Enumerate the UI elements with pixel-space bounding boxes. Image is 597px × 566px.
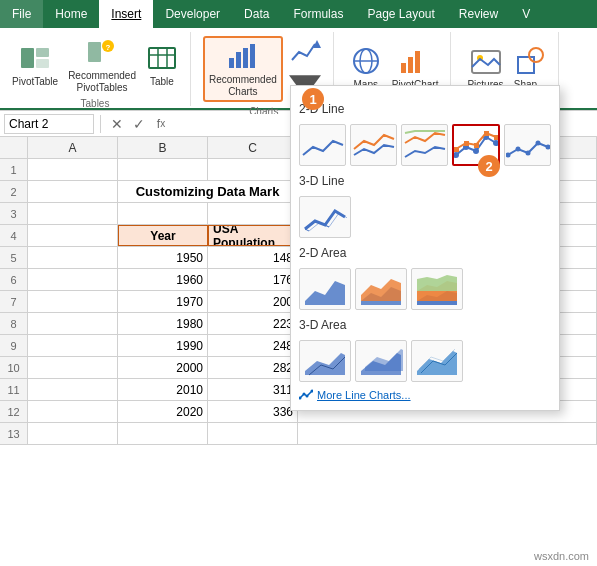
- section-title-3d-line: 3-D Line: [299, 172, 551, 190]
- cell-c5[interactable]: 148: [208, 247, 298, 268]
- recommended-pivottables-button[interactable]: ? RecommendedPivotTables: [64, 34, 140, 96]
- cell-b7[interactable]: 1970: [118, 291, 208, 312]
- svg-rect-3: [88, 42, 101, 62]
- 3d-area-options: [299, 340, 551, 382]
- pivot-table-icon: [19, 42, 51, 74]
- chart-option-3darea3[interactable]: [411, 340, 463, 382]
- confirm-icon[interactable]: ✓: [129, 114, 149, 134]
- chart-option-3dline1[interactable]: [299, 196, 351, 238]
- more-charts-icon: [299, 388, 313, 402]
- cell-a7[interactable]: [28, 291, 118, 312]
- svg-rect-1: [36, 48, 49, 57]
- shapes-icon: [514, 45, 546, 77]
- cell-a2[interactable]: [28, 181, 118, 202]
- cell-b11[interactable]: 2010: [118, 379, 208, 400]
- chart-option-3darea2[interactable]: [355, 340, 407, 382]
- cell-a10[interactable]: [28, 357, 118, 378]
- area3-preview: [415, 271, 459, 307]
- cell-c11[interactable]: 311: [208, 379, 298, 400]
- chart-option-line2[interactable]: [350, 124, 397, 166]
- cell-b10[interactable]: 2000: [118, 357, 208, 378]
- cell-a11[interactable]: [28, 379, 118, 400]
- svg-rect-20: [408, 57, 413, 73]
- recommended-pivottables-label: RecommendedPivotTables: [68, 70, 136, 94]
- row-num-9: 9: [0, 335, 28, 356]
- cell-b8[interactable]: 1980: [118, 313, 208, 334]
- svg-rect-6: [149, 48, 175, 68]
- cell-a12[interactable]: [28, 401, 118, 422]
- tab-review[interactable]: Review: [447, 0, 510, 28]
- svg-text:?: ?: [106, 43, 111, 52]
- formula-bar-divider: [100, 115, 101, 133]
- cell-b2[interactable]: Customizing Data Mark: [118, 181, 298, 202]
- chart-option-area3[interactable]: [411, 268, 463, 310]
- name-box[interactable]: Chart 2: [4, 114, 94, 134]
- row-num-11: 11: [0, 379, 28, 400]
- cell-a5[interactable]: [28, 247, 118, 268]
- cell-c4[interactable]: USA Population: [208, 225, 298, 246]
- col-header-a[interactable]: A: [28, 137, 118, 158]
- 3darea3-preview: [415, 343, 459, 379]
- col-header-b[interactable]: B: [118, 137, 208, 158]
- cell-a4[interactable]: [28, 225, 118, 246]
- table-button[interactable]: Table: [142, 40, 182, 90]
- cell-g13[interactable]: [298, 423, 597, 444]
- cell-c8[interactable]: 223: [208, 313, 298, 334]
- cell-c10[interactable]: 282: [208, 357, 298, 378]
- cell-c12[interactable]: 336: [208, 401, 298, 422]
- tab-insert[interactable]: Insert: [99, 0, 153, 28]
- cell-b13[interactable]: [118, 423, 208, 444]
- recommended-charts-button[interactable]: RecommendedCharts: [203, 36, 283, 102]
- line4-preview: [454, 127, 498, 163]
- cell-a8[interactable]: [28, 313, 118, 334]
- chart-option-line5[interactable]: [504, 124, 551, 166]
- area2-preview: [359, 271, 403, 307]
- more-line-charts-link[interactable]: More Line Charts...: [299, 388, 551, 402]
- tab-data[interactable]: Data: [232, 0, 281, 28]
- row-num-8: 8: [0, 313, 28, 334]
- chart-option-line3[interactable]: [401, 124, 448, 166]
- cell-c6[interactable]: 176: [208, 269, 298, 290]
- 3darea2-preview: [359, 343, 403, 379]
- cell-b6[interactable]: 1960: [118, 269, 208, 290]
- pivot-table-button[interactable]: PivotTable: [8, 40, 62, 90]
- cell-a9[interactable]: [28, 335, 118, 356]
- cell-b3[interactable]: [118, 203, 208, 224]
- cell-a6[interactable]: [28, 269, 118, 290]
- cell-b12[interactable]: 2020: [118, 401, 208, 422]
- cell-a3[interactable]: [28, 203, 118, 224]
- chart-option-area2[interactable]: [355, 268, 407, 310]
- row-num-1: 1: [0, 159, 28, 180]
- cancel-icon[interactable]: ✕: [107, 114, 127, 134]
- recommended-pivottables-icon: ?: [86, 36, 118, 68]
- svg-rect-2: [36, 59, 49, 68]
- cell-b1[interactable]: [118, 159, 208, 180]
- cell-c3[interactable]: [208, 203, 298, 224]
- chart-option-area1[interactable]: [299, 268, 351, 310]
- tab-file[interactable]: File: [0, 0, 43, 28]
- cell-c7[interactable]: 200: [208, 291, 298, 312]
- cell-b4[interactable]: Year: [118, 225, 208, 246]
- cell-c1[interactable]: [208, 159, 298, 180]
- cell-a13[interactable]: [28, 423, 118, 444]
- chart-option-line4[interactable]: [452, 124, 500, 166]
- tab-v[interactable]: V: [510, 0, 542, 28]
- formula-bar-actions: ✕ ✓ fx: [107, 114, 171, 134]
- cell-b9[interactable]: 1990: [118, 335, 208, 356]
- tab-page-layout[interactable]: Page Layout: [355, 0, 446, 28]
- tab-formulas[interactable]: Formulas: [281, 0, 355, 28]
- row-num-10: 10: [0, 357, 28, 378]
- line-chart-icon: [289, 36, 321, 68]
- col-header-c[interactable]: C: [208, 137, 298, 158]
- ribbon-tabs: File Home Insert Developer Data Formulas…: [0, 0, 597, 28]
- svg-point-28: [473, 148, 479, 154]
- tab-home[interactable]: Home: [43, 0, 99, 28]
- tab-developer[interactable]: Developer: [153, 0, 232, 28]
- chart-option-line1[interactable]: [299, 124, 346, 166]
- function-icon[interactable]: fx: [151, 114, 171, 134]
- cell-a1[interactable]: [28, 159, 118, 180]
- cell-c9[interactable]: 248: [208, 335, 298, 356]
- cell-c13[interactable]: [208, 423, 298, 444]
- chart-option-3darea1[interactable]: [299, 340, 351, 382]
- cell-b5[interactable]: 1950: [118, 247, 208, 268]
